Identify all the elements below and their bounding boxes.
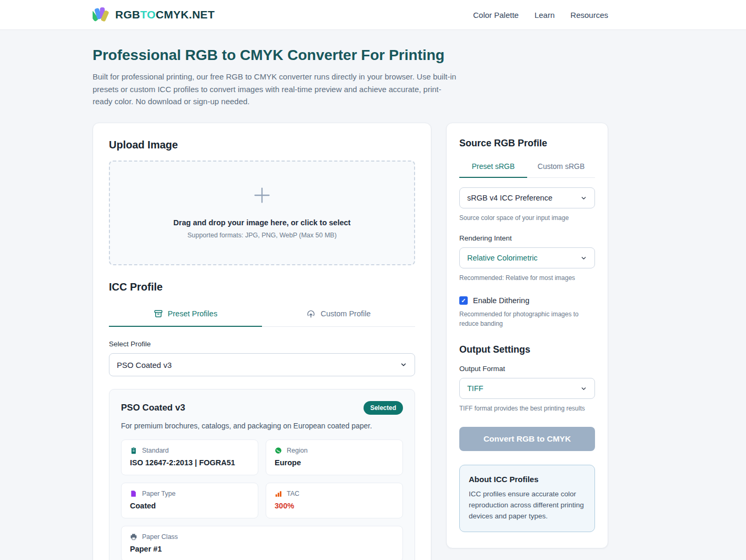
nav-learn[interactable]: Learn [535, 11, 555, 19]
chevron-down-icon [400, 361, 407, 368]
tab-preset-srgb[interactable]: Preset sRGB [459, 157, 527, 178]
tab-preset-profiles-label: Preset Profiles [168, 309, 217, 318]
source-profile-tabs: Preset sRGB Custom sRGB [459, 157, 595, 178]
chevron-down-icon [580, 195, 587, 202]
tab-custom-srgb-label: Custom sRGB [538, 162, 584, 171]
output-format-label: Output Format [459, 365, 595, 373]
clipboard-icon [130, 447, 137, 454]
converter-panel: Upload Image Drag and drop your image he… [93, 123, 431, 560]
detail-region: Region Europe [266, 439, 403, 475]
source-profile-select-value: sRGB v4 ICC Preference [467, 194, 552, 202]
rendering-intent-helper: Recommended: Relative for most images [459, 273, 595, 283]
file-icon [130, 490, 137, 497]
output-format-helper: TIFF format provides the best printing r… [459, 404, 595, 413]
color-swatch-fan-icon [93, 7, 110, 23]
detail-paper-class-value: Paper #1 [130, 545, 394, 553]
archive-box-icon [154, 309, 163, 318]
profile-name: PSO Coated v3 [121, 403, 185, 413]
detail-paper-type: Paper Type Coated [121, 483, 258, 518]
logo-wordmark: RGBTOCMYK.NET [115, 8, 215, 21]
selected-badge: Selected [364, 401, 403, 415]
source-profile-select[interactable]: sRGB v4 ICC Preference [459, 187, 595, 208]
detail-tac: TAC 300% [266, 483, 403, 518]
profile-select-value: PSO Coated v3 [117, 361, 172, 369]
about-icc-title: About ICC Profiles [469, 475, 586, 484]
site-logo[interactable]: RGBTOCMYK.NET [93, 7, 215, 23]
upload-section-title: Upload Image [109, 139, 415, 151]
plus-icon [251, 185, 273, 206]
select-profile-label: Select Profile [109, 340, 415, 348]
output-settings-title: Output Settings [459, 344, 595, 355]
profile-select[interactable]: PSO Coated v3 [109, 353, 415, 376]
detail-standard-label: Standard [142, 447, 169, 454]
tab-custom-profile-label: Custom Profile [320, 309, 370, 318]
nav-resources[interactable]: Resources [570, 11, 608, 19]
dropzone-formats: Supported formats: JPG, PNG, WebP (Max 5… [115, 232, 409, 239]
detail-standard-value: ISO 12647-2:2013 | FOGRA51 [130, 458, 249, 467]
source-profile-helper: Source color space of your input image [459, 213, 595, 223]
profile-detail-card: PSO Coated v3 Selected For premium broch… [109, 389, 415, 560]
profile-detail-grid: Standard ISO 12647-2:2013 | FOGRA51 [121, 439, 403, 560]
dropzone-instruction: Drag and drop your image here, or click … [115, 218, 409, 227]
output-format-select[interactable]: TIFF [459, 378, 595, 399]
convert-button[interactable]: Convert RGB to CMYK [459, 427, 595, 451]
icc-profile-tabs: Preset Profiles Custom Profile [109, 303, 415, 327]
detail-region-value: Europe [275, 458, 394, 467]
printer-icon [130, 533, 137, 541]
chevron-down-icon [580, 385, 587, 392]
image-dropzone[interactable]: Drag and drop your image here, or click … [109, 161, 415, 265]
icc-section-title: ICC Profile [109, 281, 415, 293]
dithering-label: Enable Dithering [473, 296, 529, 305]
tab-custom-profile[interactable]: Custom Profile [262, 303, 415, 327]
globe-icon [275, 447, 282, 454]
detail-paper-class-label: Paper Class [142, 533, 178, 541]
main-nav: Color Palette Learn Resources [473, 11, 608, 19]
tab-preset-profiles[interactable]: Preset Profiles [109, 303, 262, 327]
bar-chart-icon [275, 490, 282, 497]
page-title: Professional RGB to CMYK Converter For P… [93, 47, 608, 64]
detail-tac-label: TAC [287, 490, 299, 497]
about-icc-text: ICC profiles ensure accurate color repro… [469, 489, 586, 522]
hero-section: Professional RGB to CMYK Converter For P… [93, 47, 608, 108]
about-icc-box: About ICC Profiles ICC profiles ensure a… [459, 465, 595, 532]
detail-region-label: Region [287, 447, 308, 454]
detail-paper-type-label: Paper Type [142, 490, 176, 497]
rendering-intent-label: Rendering Intent [459, 234, 595, 242]
output-format-value: TIFF [467, 384, 483, 393]
detail-standard: Standard ISO 12647-2:2013 | FOGRA51 [121, 439, 258, 475]
profile-description: For premium brochures, catalogs, and pac… [121, 422, 403, 430]
top-navigation-bar: RGBTOCMYK.NET Color Palette Learn Resour… [0, 0, 746, 30]
detail-paper-type-value: Coated [130, 502, 249, 510]
upload-icon [306, 309, 316, 318]
tab-preset-srgb-label: Preset sRGB [472, 162, 515, 171]
page-description: Built for professional printing, our fre… [93, 71, 461, 108]
dithering-checkbox[interactable] [459, 296, 468, 305]
source-profile-title: Source RGB Profile [459, 138, 595, 149]
dithering-helper: Recommended for photographic images to r… [459, 309, 595, 328]
rendering-intent-value: Relative Colorimetric [467, 254, 538, 262]
detail-paper-class: Paper Class Paper #1 [121, 526, 403, 560]
detail-tac-value: 300% [275, 502, 394, 510]
settings-panel: Source RGB Profile Preset sRGB Custom sR… [446, 123, 608, 548]
nav-color-palette[interactable]: Color Palette [473, 11, 519, 19]
chevron-down-icon [580, 255, 587, 262]
tab-custom-srgb[interactable]: Custom sRGB [527, 157, 595, 178]
dithering-row: Enable Dithering [459, 296, 595, 305]
rendering-intent-select[interactable]: Relative Colorimetric [459, 247, 595, 268]
